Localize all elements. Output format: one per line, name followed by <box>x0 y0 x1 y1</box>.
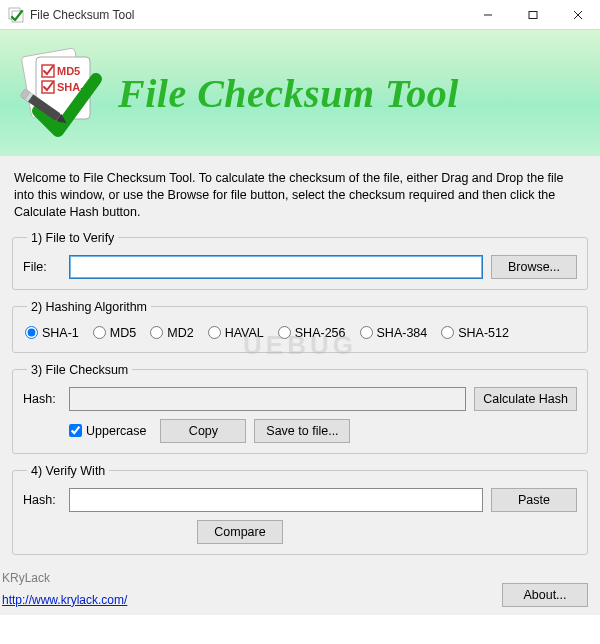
group4-legend: 4) Verify With <box>27 464 109 478</box>
algorithm-radios: SHA-1 MD5 MD2 HAVAL SHA-256 SHA-384 SHA-… <box>23 324 577 342</box>
maximize-button[interactable] <box>510 0 555 30</box>
banner: MD5 SHA-1 File Checksum Tool <box>0 30 600 156</box>
hash-output-label: Hash: <box>23 392 61 406</box>
compare-button[interactable]: Compare <box>197 520 283 544</box>
file-label: File: <box>23 260 61 274</box>
group-file-checksum: 3) File Checksum Hash: Calculate Hash Up… <box>12 363 588 454</box>
close-button[interactable] <box>555 0 600 30</box>
radio-haval[interactable]: HAVAL <box>208 326 264 340</box>
group-file-to-verify: 1) File to Verify File: Browse... <box>12 231 588 290</box>
file-input[interactable] <box>69 255 483 279</box>
footer: KRyLack http://www.krylack.com/ About... <box>0 571 600 615</box>
group-hashing-algorithm: 2) Hashing Algorithm SHA-1 MD5 MD2 HAVAL… <box>12 300 588 353</box>
app-icon <box>8 7 24 23</box>
verify-hash-label: Hash: <box>23 493 61 507</box>
minimize-button[interactable] <box>465 0 510 30</box>
group2-legend: 2) Hashing Algorithm <box>27 300 151 314</box>
svg-rect-3 <box>529 11 537 18</box>
calculate-hash-button[interactable]: Calculate Hash <box>474 387 577 411</box>
radio-sha1[interactable]: SHA-1 <box>25 326 79 340</box>
verify-hash-input[interactable] <box>69 488 483 512</box>
group3-legend: 3) File Checksum <box>27 363 132 377</box>
uppercase-checkbox[interactable]: Uppercase <box>69 424 146 438</box>
window-title: File Checksum Tool <box>30 8 465 22</box>
about-button[interactable]: About... <box>502 583 588 607</box>
content-area: Welcome to File Checksum Tool. To calcul… <box>0 156 600 571</box>
group1-legend: 1) File to Verify <box>27 231 118 245</box>
browse-button[interactable]: Browse... <box>491 255 577 279</box>
radio-sha512[interactable]: SHA-512 <box>441 326 509 340</box>
titlebar: File Checksum Tool <box>0 0 600 30</box>
save-to-file-button[interactable]: Save to file... <box>254 419 350 443</box>
app-logo: MD5 SHA-1 <box>10 43 110 143</box>
group-verify-with: 4) Verify With Hash: Paste Compare <box>12 464 588 555</box>
paste-button[interactable]: Paste <box>491 488 577 512</box>
logo-badge-md5: MD5 <box>57 65 80 77</box>
radio-sha384[interactable]: SHA-384 <box>360 326 428 340</box>
hash-output <box>69 387 466 411</box>
intro-text: Welcome to File Checksum Tool. To calcul… <box>14 170 586 221</box>
radio-md5[interactable]: MD5 <box>93 326 136 340</box>
banner-title: File Checksum Tool <box>118 70 459 117</box>
radio-md2[interactable]: MD2 <box>150 326 193 340</box>
vendor-link[interactable]: http://www.krylack.com/ <box>2 593 127 607</box>
radio-sha256[interactable]: SHA-256 <box>278 326 346 340</box>
copy-button[interactable]: Copy <box>160 419 246 443</box>
